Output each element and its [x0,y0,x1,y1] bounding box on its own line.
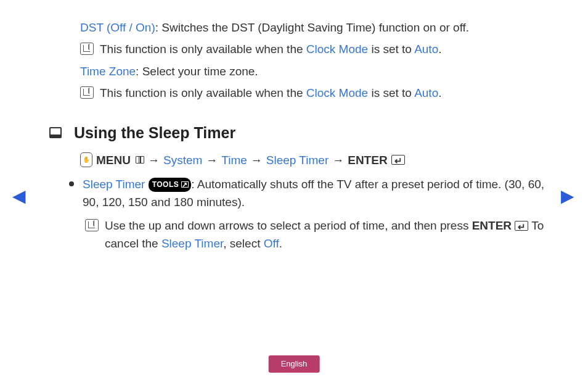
next-page-button[interactable]: ▶ [561,183,574,209]
path-time: Time [221,151,247,169]
enter-icon [515,221,528,231]
menu-grid-icon [136,156,144,164]
timezone-label: Time Zone [80,65,136,78]
menu-label: MENU [96,151,131,169]
sleep-timer-link: Sleep Timer [161,237,223,250]
clock-mode-link: Clock Mode [306,86,368,99]
timezone-desc: : Select your time zone. [136,65,258,78]
tools-badge: TOOLS [149,178,192,192]
sleep-timer-item: Sleep Timer TOOLS: Automatically shuts o… [80,175,545,253]
popup-icon [181,181,189,188]
timezone-note: This function is only available when the… [80,84,545,102]
section-title: Using the Sleep Timer [74,121,235,145]
dst-note: This function is only available when the… [80,40,545,58]
sleep-note: Use the up and down arrows to select a p… [83,217,545,253]
off-link: Off [264,237,279,250]
path-enter: ENTER [348,151,387,169]
hand-icon [80,152,92,167]
enter-icon [391,155,405,165]
path-system: System [163,151,202,169]
menu-path: MENU → System → Time → Sleep Timer → ENT… [80,151,545,169]
dst-line: DST (Off / On): Switches the DST (Daylig… [80,19,545,36]
prev-page-button[interactable]: ◀ [12,183,26,209]
clock-mode-link: Clock Mode [306,43,368,56]
bullet-icon [69,181,74,186]
section-icon [49,127,62,138]
auto-link: Auto [414,43,438,56]
section-heading: Using the Sleep Timer [49,121,545,145]
auto-link: Auto [414,86,438,99]
path-sleep: Sleep Timer [266,151,329,169]
language-badge[interactable]: English [269,355,320,373]
dst-desc: : Switches the DST (Daylight Saving Time… [155,21,469,34]
note-icon [85,219,99,231]
note-icon [80,43,94,55]
timezone-line: Time Zone: Select your time zone. [80,62,545,80]
note-icon [80,86,94,99]
dst-label: DST (Off / On) [80,21,155,34]
sleep-label: Sleep Timer [83,178,149,191]
